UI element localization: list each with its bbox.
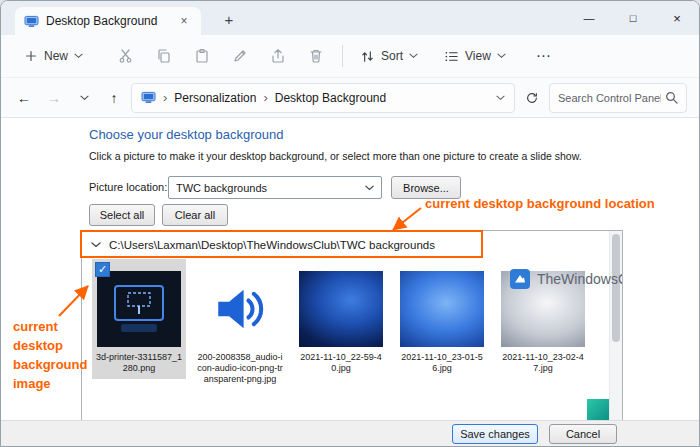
cut-button[interactable] [110, 42, 142, 70]
view-button[interactable]: View [437, 43, 513, 70]
more-options-button[interactable]: ⋯ [529, 41, 559, 71]
footer-bar: Save changes Cancel [1, 420, 699, 446]
view-icon [444, 49, 459, 64]
breadcrumb-separator: › [163, 90, 167, 105]
close-button[interactable]: × [655, 1, 699, 35]
background-gallery: C:\Users\Laxman\Desktop\TheWindowsClub\T… [81, 230, 623, 422]
search-box[interactable] [549, 83, 687, 113]
plus-icon [24, 49, 38, 63]
paste-icon [194, 48, 210, 64]
up-button[interactable]: ↑ [101, 85, 127, 111]
refresh-button[interactable] [519, 85, 545, 111]
new-tab-button[interactable]: + [219, 9, 239, 29]
thumbnail-tile[interactable]: 200-2008358_audio-icon-audio-icon-png-tr… [193, 259, 287, 385]
thumbnail-image [299, 271, 383, 347]
thumbnail-caption: 200-2008358_audio-icon-audio-icon-png-tr… [193, 352, 287, 385]
monitor-icon [24, 15, 39, 28]
navigation-bar: ← → ↑ › Personalization › Desktop Backgr… [1, 78, 699, 118]
page-title: Choose your desktop background [89, 127, 283, 142]
check-icon: ✓ [98, 263, 107, 275]
thumbnail-caption: 2021-11-10_23-02-47.jpg [496, 352, 590, 374]
page-description: Click a picture to make it your desktop … [89, 150, 582, 162]
chevron-down-icon [496, 95, 505, 101]
chevron-down-icon[interactable] [91, 242, 101, 248]
annotation-location: current desktop background location [425, 196, 655, 211]
forward-button[interactable]: → [41, 85, 67, 111]
breadcrumb-desktop-background[interactable]: Desktop Background [275, 91, 386, 105]
thumbnail-caption: 2021-11-10_22-59-40.jpg [294, 352, 388, 374]
chevron-down-icon [80, 95, 89, 101]
select-all-button[interactable]: Select all [89, 204, 155, 226]
minimize-button[interactable]: — [567, 1, 611, 35]
thumbnail-image [198, 271, 282, 347]
thumbnail-checkbox[interactable]: ✓ [95, 262, 110, 277]
annotation-arrow-to-path [393, 208, 421, 230]
address-bar[interactable]: › Personalization › Desktop Background [131, 83, 515, 113]
maximize-button[interactable]: □ [611, 1, 655, 35]
scissors-icon [118, 48, 134, 64]
thumbnail-tile[interactable]: 2021-11-10_23-01-56.jpg [395, 259, 489, 374]
folder-path: C:\Users\Laxman\Desktop\TheWindowsClub\T… [109, 239, 435, 251]
titlebar: Desktop Background × + — □ × [1, 1, 699, 35]
paste-button[interactable] [186, 42, 218, 70]
partial-thumbnail[interactable] [587, 399, 610, 422]
chevron-down-icon [497, 53, 506, 59]
command-bar: New Sort [1, 35, 699, 78]
back-button[interactable]: ← [11, 85, 37, 111]
watermark-text: TheWindowsClub [537, 271, 623, 287]
delete-button[interactable] [300, 42, 332, 70]
thumbnail-tile[interactable]: ✓ 3d-printer-3311587_1280.png [92, 259, 186, 379]
picture-location-label: Picture location: [89, 181, 167, 193]
explorer-window: Desktop Background × + — □ × New [0, 0, 700, 447]
new-button-label: New [44, 49, 68, 63]
chevron-down-icon [409, 53, 418, 59]
chevron-down-icon [74, 53, 83, 59]
folder-group-header[interactable]: C:\Users\Laxman\Desktop\TheWindowsClub\T… [82, 231, 609, 258]
sort-button-label: Sort [381, 49, 403, 63]
gallery-scrollbar[interactable] [609, 231, 622, 421]
speaker-icon [209, 280, 271, 338]
toolbar-separator [342, 45, 343, 67]
thumbnail-image [400, 271, 484, 347]
thumbnail-tile[interactable]: 2021-11-10_22-59-40.jpg [294, 259, 388, 374]
breadcrumb-separator: › [263, 90, 267, 105]
breadcrumb-personalization[interactable]: Personalization [174, 91, 256, 105]
share-button[interactable] [262, 42, 294, 70]
monitor-icon [141, 91, 156, 104]
view-button-label: View [465, 49, 491, 63]
search-input[interactable] [558, 92, 661, 104]
window-controls: — □ × [567, 1, 699, 35]
share-icon [270, 48, 286, 64]
search-icon [665, 91, 678, 104]
copy-button[interactable] [148, 42, 180, 70]
twc-logo-icon [510, 269, 530, 289]
address-dropdown-button[interactable] [496, 95, 505, 101]
picture-location-select[interactable]: TWC backgrounds [168, 176, 382, 199]
thumbnail-image [97, 271, 181, 347]
rename-button[interactable] [224, 42, 256, 70]
rename-icon [232, 48, 248, 64]
picture-location-value: TWC backgrounds [176, 182, 267, 194]
new-button[interactable]: New [17, 43, 90, 69]
save-changes-button[interactable]: Save changes [452, 424, 538, 444]
chevron-down-icon [365, 185, 374, 191]
trash-icon [308, 48, 324, 64]
thumbnail-caption: 3d-printer-3311587_1280.png [92, 352, 186, 374]
copy-icon [156, 48, 172, 64]
sort-button[interactable]: Sort [353, 43, 425, 70]
thumbnail-caption: 2021-11-10_23-01-56.jpg [395, 352, 489, 374]
annotation-image: current desktop background image [13, 317, 99, 393]
cancel-button[interactable]: Cancel [549, 424, 617, 444]
clear-all-button[interactable]: Clear all [162, 204, 228, 226]
tab-close-icon[interactable]: × [176, 14, 192, 28]
refresh-icon [525, 91, 539, 105]
printer-graphic-icon [107, 281, 171, 337]
tab-title: Desktop Background [46, 14, 157, 28]
sort-icon [360, 49, 375, 64]
tab-desktop-background[interactable]: Desktop Background × [15, 7, 201, 35]
watermark: TheWindowsClub [510, 269, 623, 289]
history-dropdown-button[interactable] [71, 85, 97, 111]
